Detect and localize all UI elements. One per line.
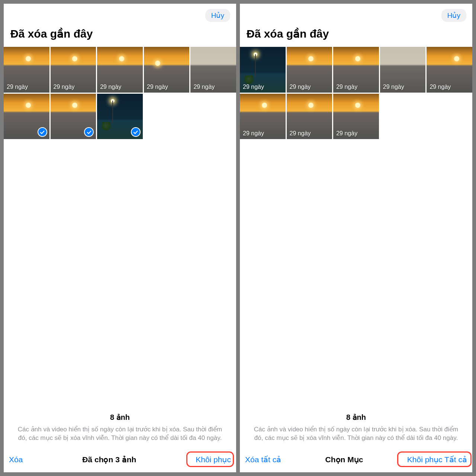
photo-thumb[interactable]: 29 ngày <box>333 94 379 139</box>
info-text: Các ảnh và video hiển thị số ngày còn lạ… <box>13 425 227 443</box>
photo-thumb[interactable]: 29 ngày <box>144 47 190 93</box>
photo-thumb[interactable]: 29 ngày <box>240 94 286 139</box>
info-text: Các ảnh và video hiển thị số ngày còn lạ… <box>249 425 463 443</box>
days-remaining-label: 29 ngày <box>430 84 451 90</box>
sun-icon <box>26 56 31 61</box>
days-remaining-label: 29 ngày <box>193 84 215 90</box>
photo-grid: 29 ngày29 ngày29 ngày29 ngày29 ngày29 ng… <box>240 47 472 139</box>
selected-check-icon <box>38 127 47 137</box>
bottom-toolbar: Xóa tất cả Chọn Mục Khôi phục Tất cả <box>240 449 472 472</box>
select-items-button: Chọn Mục <box>325 455 363 464</box>
page-title: Đã xóa gần đây <box>240 24 472 47</box>
days-remaining-label: 29 ngày <box>290 84 311 90</box>
selection-status: Đã chọn 3 ảnh <box>82 455 136 464</box>
recover-all-button[interactable]: Khôi phục Tất cả <box>407 455 467 464</box>
topbar: Hủy <box>240 4 472 24</box>
days-remaining-label: 29 ngày <box>54 84 75 90</box>
days-remaining-label: 29 ngày <box>7 84 28 90</box>
sun-icon <box>308 103 313 108</box>
lamp-icon <box>254 52 257 56</box>
photo-thumb[interactable]: 29 ngày <box>333 47 379 93</box>
photo-thumb[interactable]: 29 ngày <box>240 47 286 93</box>
sun-icon <box>155 61 160 66</box>
days-remaining-label: 29 ngày <box>100 84 121 90</box>
sun-icon <box>308 56 313 61</box>
sun-icon <box>72 56 77 61</box>
topbar: Hủy <box>4 4 236 24</box>
photo-thumb[interactable]: 29 ngày <box>427 47 472 93</box>
photo-grid: 29 ngày29 ngày29 ngày29 ngày29 ngày <box>4 47 236 139</box>
photo-thumb[interactable]: 29 ngày <box>190 47 236 93</box>
photo-thumb[interactable]: 29 ngày <box>287 94 332 139</box>
days-remaining-label: 29 ngày <box>147 84 168 90</box>
photo-thumb[interactable]: 29 ngày <box>4 47 49 93</box>
phone-pane-left: Hủy Đã xóa gần đây 29 ngày29 ngày29 ngày… <box>4 4 236 472</box>
lamp-icon <box>111 99 115 103</box>
days-remaining-label: 29 ngày <box>336 84 357 90</box>
days-remaining-label: 29 ngày <box>383 84 404 90</box>
photo-thumb[interactable]: 29 ngày <box>51 47 96 93</box>
sun-icon <box>355 103 360 108</box>
cancel-button[interactable]: Hủy <box>441 9 466 22</box>
tree-icon <box>102 122 110 131</box>
page-title: Đã xóa gần đây <box>4 24 236 47</box>
sun-icon <box>119 56 124 61</box>
footer-info: 8 ảnh Các ảnh và video hiển thị số ngày … <box>4 412 236 449</box>
bottom-toolbar: Xóa Đã chọn 3 ảnh Khôi phục <box>4 449 236 472</box>
selected-check-icon <box>131 127 141 137</box>
photo-count: 8 ảnh <box>249 412 463 422</box>
days-remaining-label: 29 ngày <box>243 130 264 137</box>
days-remaining-label: 29 ngày <box>336 130 357 137</box>
sun-icon <box>355 56 360 61</box>
photo-thumb[interactable]: 29 ngày <box>287 47 332 93</box>
tree-icon <box>244 75 253 84</box>
delete-all-button[interactable]: Xóa tất cả <box>245 455 281 464</box>
photo-thumb[interactable]: 29 ngày <box>97 47 143 93</box>
photo-thumb[interactable] <box>97 94 143 139</box>
sun-icon <box>262 103 267 108</box>
cancel-button[interactable]: Hủy <box>205 9 230 22</box>
sun-icon <box>454 56 459 61</box>
photo-count: 8 ảnh <box>13 412 227 422</box>
phone-pane-right: Hủy Đã xóa gần đây 29 ngày29 ngày29 ngày… <box>240 4 472 472</box>
sun-icon <box>72 103 77 108</box>
sun-icon <box>26 103 31 108</box>
photo-thumb[interactable]: 29 ngày <box>380 47 426 93</box>
footer-info: 8 ảnh Các ảnh và video hiển thị số ngày … <box>240 412 472 449</box>
days-remaining-label: 29 ngày <box>243 84 264 90</box>
days-remaining-label: 29 ngày <box>290 130 311 137</box>
recover-button[interactable]: Khôi phục <box>196 455 231 464</box>
delete-button[interactable]: Xóa <box>9 455 23 464</box>
photo-thumb[interactable] <box>4 94 49 139</box>
photo-thumb[interactable] <box>51 94 96 139</box>
